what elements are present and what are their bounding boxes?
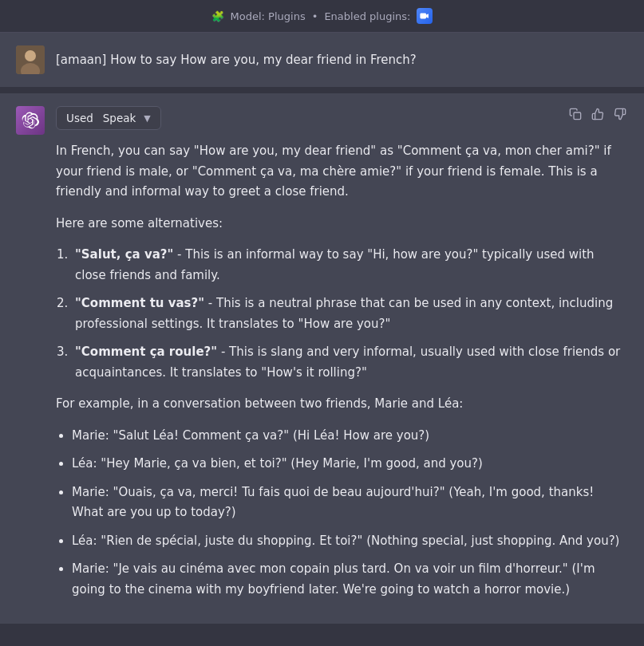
list-item: "Salut, ça va?" - This is an informal wa…	[72, 245, 628, 286]
svg-rect-0	[421, 14, 427, 19]
user-message: [amaan] How to say How are you, my dear …	[0, 33, 644, 87]
used-speak-dropdown[interactable]: Used Speak ▼	[56, 106, 161, 130]
assistant-message: Used Speak ▼ In French, you can say "How…	[0, 93, 644, 624]
example-intro: For example, in a conversation between t…	[56, 394, 628, 415]
svg-point-2	[25, 50, 36, 61]
bullet-3: Marie: "Ouais, ça va, merci! Tu fais quo…	[72, 485, 594, 520]
separator: •	[312, 10, 318, 22]
user-avatar	[16, 45, 45, 74]
message-body: In French, you can say "How are you, my …	[56, 141, 628, 600]
list-item: Léa: "Hey Marie, ça va bien, et toi?" (H…	[72, 454, 628, 475]
model-label: Model: Plugins	[231, 10, 306, 22]
action-icons	[567, 106, 628, 125]
svg-rect-4	[574, 112, 581, 120]
speak-plugin-icon[interactable]	[417, 8, 433, 24]
list-item: Marie: "Ouais, ça va, merci! Tu fais quo…	[72, 483, 628, 523]
list-item: Marie: "Je vais au cinéma avec mon copai…	[72, 559, 628, 600]
list-item: Léa: "Rien de spécial, juste du shopping…	[72, 531, 628, 552]
list-item: "Comment ça roule?" - This is slang and …	[72, 342, 628, 383]
username: [amaan]	[56, 53, 106, 67]
user-question-text: How to say How are you, my dear friend i…	[110, 53, 417, 67]
alternatives-intro: Here are some alternatives:	[56, 214, 628, 234]
bullet-2: Léa: "Hey Marie, ça va bien, et toi?" (H…	[72, 456, 483, 471]
list-item: Marie: "Salut Léa! Comment ça va?" (Hi L…	[72, 426, 628, 447]
thumbs-up-icon[interactable]	[590, 106, 606, 125]
enabled-plugins-label: Enabled plugins:	[324, 10, 410, 22]
bullet-5: Marie: "Je vais au cinéma avec mon copai…	[72, 561, 595, 597]
assistant-content: Used Speak ▼ In French, you can say "How…	[56, 106, 628, 611]
main-paragraph: In French, you can say "How are you, my …	[56, 141, 628, 203]
example-list: Marie: "Salut Léa! Comment ça va?" (Hi L…	[72, 426, 628, 601]
assistant-avatar	[16, 106, 45, 135]
bullet-1: Marie: "Salut Léa! Comment ça va?" (Hi L…	[72, 428, 429, 443]
copy-icon[interactable]	[567, 106, 583, 125]
alt-phrase-2: "Comment tu vas?"	[75, 296, 204, 310]
puzzle-icon: 🧩	[211, 10, 224, 22]
used-label: Used	[66, 112, 93, 124]
user-question: [amaan] How to say How are you, my dear …	[56, 45, 417, 69]
alternatives-list: "Salut, ça va?" - This is an informal wa…	[72, 245, 628, 383]
plugin-name: Speak	[103, 112, 136, 124]
assistant-header: Used Speak ▼ In French, you can say "How…	[16, 106, 628, 611]
alt-phrase-3: "Comment ça roule?"	[75, 345, 217, 359]
top-bar: 🧩 Model: Plugins • Enabled plugins:	[0, 0, 644, 33]
alt-phrase-1: "Salut, ça va?"	[75, 247, 173, 262]
thumbs-down-icon[interactable]	[612, 106, 628, 125]
bullet-4: Léa: "Rien de spécial, juste du shopping…	[72, 534, 619, 548]
chevron-down-icon: ▼	[144, 113, 150, 124]
list-item: "Comment tu vas?" - This is a neutral ph…	[72, 293, 628, 334]
